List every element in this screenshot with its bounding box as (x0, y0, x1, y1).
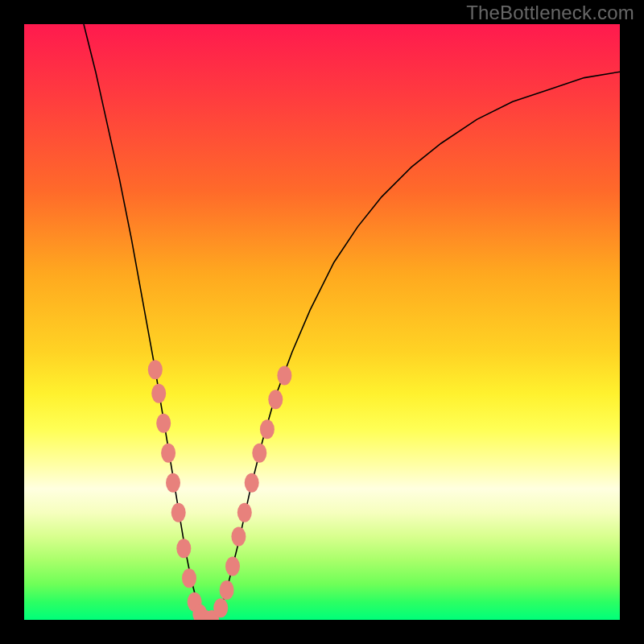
highlight-dot (156, 414, 171, 433)
highlight-dot (148, 360, 163, 379)
curve-svg (24, 24, 620, 620)
bottleneck-curve (84, 24, 620, 620)
chart-frame: TheBottleneck.com (0, 0, 644, 644)
highlight-dot (225, 556, 240, 576)
highlight-dot (268, 390, 283, 409)
plot-area (24, 24, 620, 620)
highlight-dot (161, 444, 175, 463)
highlight-dot (166, 473, 180, 493)
highlight-dot (277, 366, 291, 386)
highlight-dot (252, 444, 266, 463)
highlight-dot (245, 473, 259, 493)
highlight-dot (182, 568, 196, 588)
highlight-dot (237, 503, 252, 522)
highlight-dot (176, 539, 191, 558)
highlight-dot (213, 598, 228, 617)
highlight-dot (151, 384, 166, 403)
highlight-dot (171, 503, 186, 522)
highlight-dot (260, 419, 275, 439)
highlight-dot (231, 526, 246, 546)
highlight-dots-group (148, 360, 292, 620)
watermark-text: TheBottleneck.com (466, 2, 634, 24)
highlight-dot (220, 580, 234, 600)
